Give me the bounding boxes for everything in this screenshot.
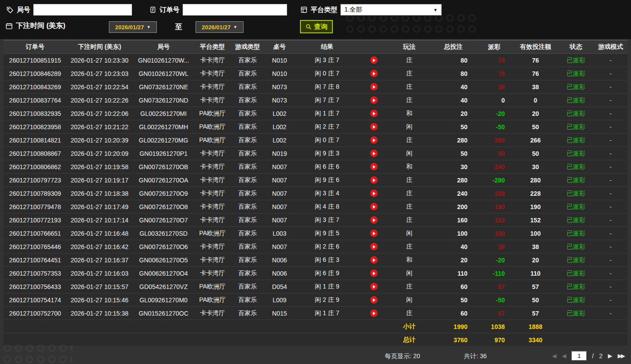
play-icon[interactable] [370,56,378,64]
cell-total-bet: 200 [431,200,475,214]
cell-game-no: GN007261270OB [132,160,195,174]
grid-icon [300,6,308,13]
table-row: 2601271008239582026-01-27 10:21:22GL0022… [4,120,627,134]
play-icon[interactable] [370,123,378,131]
current-page-input[interactable]: 1 [571,351,587,360]
cell-bet-time: 2026-01-27 10:16:03 [67,267,132,280]
play-icon[interactable] [370,216,378,224]
cell-bet-type: 庄 [387,280,431,293]
table-row: 2601271008088672026-01-27 10:20:09GN0192… [4,147,627,160]
page-separator: / [592,352,594,360]
play-triangle [373,165,375,169]
subtotal-spacer [4,320,387,333]
play-icon[interactable] [370,83,378,91]
column-header: 平台类型 [195,40,230,54]
play-icon[interactable] [370,190,378,197]
play-icon[interactable] [370,309,378,317]
cell-result: 闲 7 庄 8 [294,80,360,94]
cell-payout: 38 [475,80,513,94]
column-header: 游戏类型 [230,40,265,54]
table-row: 2601271007977232026-01-27 10:19:17GN0072… [4,174,627,187]
cell-status: 已派彩 [558,187,594,200]
cell-play [360,253,387,267]
cell-game-type: 百家乐 [230,253,265,267]
cell-platform: 卡卡湾厅 [195,80,230,94]
play-icon[interactable] [370,96,378,104]
cell-order-no: 260127100814821 [4,134,67,147]
cell-game-no: GN073261270ND [132,94,195,107]
play-icon[interactable] [370,163,378,170]
cell-order-no: 260127100843269 [4,80,67,94]
play-icon[interactable] [370,256,378,264]
cell-game-no: GD054261270VZ [132,280,195,293]
cell-total-bet: 20 [431,253,475,267]
play-icon[interactable] [370,176,378,184]
pager-controls: ◀ ◀ 1 / 2 ▶ ▶▶ [552,351,624,360]
play-icon[interactable] [370,203,378,210]
cell-order-no: 260127100832935 [4,107,67,120]
cell-game-mode: - [594,54,627,67]
cell-play [360,54,387,67]
cell-valid-bet: 20 [513,107,558,120]
table-row: 2601271008068622026-01-27 10:19:58GN0072… [4,160,627,174]
date-range-to-label: 至 [175,23,182,32]
cell-result: 闲 0 庄 7 [294,67,360,80]
cell-bet-type: 庄 [387,307,431,320]
cell-total-bet: 280 [431,134,475,147]
cell-play [360,120,387,134]
cell-play [360,80,387,94]
last-page-button[interactable]: ▶▶ [618,352,624,359]
order-no-input[interactable] [183,4,287,16]
cell-status: 已派彩 [558,67,594,80]
cell-valid-bet: 76 [513,67,558,80]
cell-bet-time: 2026-01-27 10:15:38 [67,307,132,320]
cell-game-mode: - [594,187,627,200]
cell-play [360,214,387,227]
cell-table-no: N015 [265,307,294,320]
play-icon[interactable] [370,296,378,304]
cell-game-mode: - [594,147,627,160]
play-icon[interactable] [370,110,378,117]
pagination-bar: 每页显示: 20 共计: 36 ◀ ◀ 1 / 2 ▶ ▶▶ [4,349,627,363]
order-no-filter: 订单号 [149,4,287,16]
cell-status: 已派彩 [558,174,594,187]
game-no-filter: 局号 [6,4,132,16]
next-page-button[interactable]: ▶ [608,352,612,359]
cell-total-bet: 110 [431,267,475,280]
date-from-picker[interactable]: 2026/01/27 ▼ [109,21,157,33]
cell-valid-bet: 0 [513,94,558,107]
cell-payout: 0 [475,94,513,107]
cell-bet-type: 和 [387,107,431,120]
subtotal-tail [558,320,627,333]
column-header: 有效投注额 [513,40,558,54]
cell-game-mode: - [594,267,627,280]
cell-play [360,187,387,200]
first-page-button[interactable]: ◀ [552,352,556,359]
play-icon[interactable] [370,283,378,290]
search-button[interactable]: 查询 [300,20,333,33]
total-count-label: 共计: [464,352,478,360]
cell-bet-time: 2026-01-27 10:20:09 [67,147,132,160]
cell-game-no: GN007261270O7 [132,214,195,227]
prev-page-button[interactable]: ◀ [562,352,566,359]
cell-game-mode: - [594,240,627,253]
platform-select[interactable]: 1.全部 ▼ [340,4,442,16]
cell-order-no: 260127100765446 [4,240,67,253]
cell-result: 闲 4 庄 8 [294,200,360,214]
cell-play [360,94,387,107]
play-icon[interactable] [370,150,378,157]
date-from-wrap: 2026/01/27 ▼ [109,21,157,33]
play-icon[interactable] [370,243,378,250]
cell-result: 闲 6 庄 3 [294,253,360,267]
date-to-picker[interactable]: 2026/01/27 ▼ [196,21,244,33]
play-icon[interactable] [370,136,378,144]
game-no-input[interactable] [33,4,132,16]
cell-valid-bet: 76 [513,54,558,67]
cell-game-type: 百家乐 [230,307,265,320]
play-icon[interactable] [370,229,378,237]
cell-total-bet: 40 [431,240,475,253]
cell-order-no: 260127100806862 [4,160,67,174]
play-icon[interactable] [370,70,378,77]
cell-bet-time: 2026-01-27 10:15:46 [67,293,132,307]
play-icon[interactable] [370,269,378,277]
